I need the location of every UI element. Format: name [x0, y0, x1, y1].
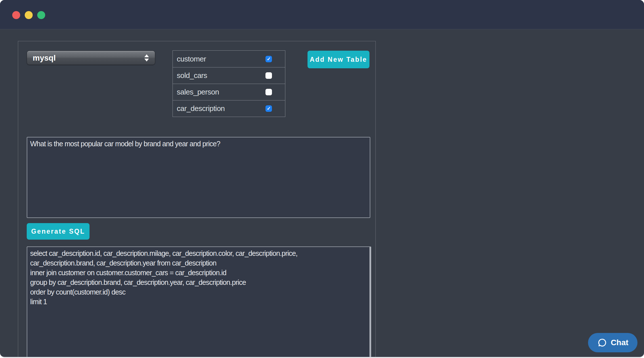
table-checkbox[interactable]	[265, 89, 272, 95]
table-list: customer ✓ sold_cars sales_person car_de…	[173, 50, 285, 117]
table-row: car_description ✓	[173, 100, 285, 117]
speech-bubble-icon	[597, 338, 607, 348]
app-window: mysql customer ✓ sold_cars sales_person …	[0, 0, 644, 357]
table-name-label: car_description	[177, 104, 225, 113]
database-select-wrap: mysql	[27, 51, 155, 65]
table-name-label: customer	[177, 55, 206, 63]
table-row: sales_person	[173, 84, 285, 100]
question-input[interactable]: What is the most popular car model by br…	[27, 137, 370, 218]
title-bar[interactable]	[0, 0, 644, 29]
close-button[interactable]	[12, 11, 20, 19]
traffic-lights	[12, 11, 45, 19]
chat-button[interactable]: Chat	[588, 333, 637, 352]
minimize-button[interactable]	[25, 11, 33, 19]
database-select[interactable]: mysql	[27, 51, 155, 65]
table-name-label: sales_person	[177, 88, 219, 96]
sql-output-area[interactable]: select car_description.id, car_descripti…	[27, 246, 371, 357]
table-checkbox[interactable]: ✓	[265, 56, 272, 62]
table-name-label: sold_cars	[177, 71, 207, 80]
add-new-table-button[interactable]: Add New Table	[308, 51, 369, 68]
table-row: sold_cars	[173, 67, 285, 84]
chat-button-label: Chat	[611, 338, 628, 347]
table-checkbox[interactable]: ✓	[265, 105, 272, 112]
generate-sql-button[interactable]: Generate SQL	[27, 223, 90, 240]
table-checkbox[interactable]	[265, 72, 272, 79]
zoom-button[interactable]	[37, 11, 45, 19]
table-row: customer ✓	[173, 51, 285, 67]
